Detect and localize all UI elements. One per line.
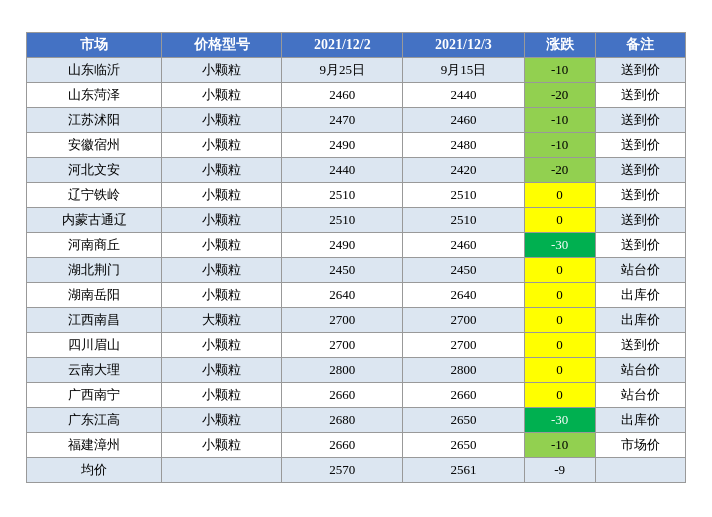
change-cell: -10 xyxy=(524,58,595,83)
date2-cell: 2510 xyxy=(403,183,524,208)
market-cell: 安徽宿州 xyxy=(27,133,162,158)
table-row: 湖南岳阳小颗粒264026400出库价 xyxy=(27,283,686,308)
table-row: 均价25702561-9 xyxy=(27,458,686,483)
market-cell: 辽宁铁岭 xyxy=(27,183,162,208)
market-cell: 山东临沂 xyxy=(27,58,162,83)
type-cell: 小颗粒 xyxy=(162,133,282,158)
change-cell: -10 xyxy=(524,108,595,133)
type-cell: 小颗粒 xyxy=(162,158,282,183)
date2-cell: 2480 xyxy=(403,133,524,158)
market-cell: 福建漳州 xyxy=(27,433,162,458)
date2-cell: 2650 xyxy=(403,408,524,433)
date2-cell: 2800 xyxy=(403,358,524,383)
note-cell: 出库价 xyxy=(595,408,685,433)
date1-cell: 2700 xyxy=(282,333,403,358)
market-cell: 河南商丘 xyxy=(27,233,162,258)
note-cell: 站台价 xyxy=(595,358,685,383)
change-cell: 0 xyxy=(524,258,595,283)
table-row: 福建漳州小颗粒26602650-10市场价 xyxy=(27,433,686,458)
note-cell: 送到价 xyxy=(595,158,685,183)
type-cell: 小颗粒 xyxy=(162,83,282,108)
header-cell: 涨跌 xyxy=(524,33,595,58)
table-row: 河北文安小颗粒24402420-20送到价 xyxy=(27,158,686,183)
market-cell: 云南大理 xyxy=(27,358,162,383)
table-row: 湖北荆门小颗粒245024500站台价 xyxy=(27,258,686,283)
date1-cell: 2700 xyxy=(282,308,403,333)
change-cell: 0 xyxy=(524,333,595,358)
table-header: 市场价格型号2021/12/22021/12/3涨跌备注 xyxy=(27,33,686,58)
date1-cell: 2450 xyxy=(282,258,403,283)
date1-cell: 2660 xyxy=(282,433,403,458)
date2-cell: 2640 xyxy=(403,283,524,308)
date2-cell: 2460 xyxy=(403,233,524,258)
header-cell: 备注 xyxy=(595,33,685,58)
date2-cell: 2460 xyxy=(403,108,524,133)
type-cell xyxy=(162,458,282,483)
table-body: 山东临沂小颗粒9月25日9月15日-10送到价山东菏泽小颗粒24602440-2… xyxy=(27,58,686,483)
type-cell: 小颗粒 xyxy=(162,408,282,433)
header-cell: 价格型号 xyxy=(162,33,282,58)
date2-cell: 2450 xyxy=(403,258,524,283)
type-cell: 小颗粒 xyxy=(162,108,282,133)
market-cell: 内蒙古通辽 xyxy=(27,208,162,233)
change-cell: -10 xyxy=(524,433,595,458)
price-table: 市场价格型号2021/12/22021/12/3涨跌备注 山东临沂小颗粒9月25… xyxy=(26,32,686,483)
note-cell: 站台价 xyxy=(595,383,685,408)
date1-cell: 9月25日 xyxy=(282,58,403,83)
table-row: 安徽宿州小颗粒24902480-10送到价 xyxy=(27,133,686,158)
note-cell: 市场价 xyxy=(595,433,685,458)
date2-cell: 2660 xyxy=(403,383,524,408)
type-cell: 小颗粒 xyxy=(162,58,282,83)
type-cell: 大颗粒 xyxy=(162,308,282,333)
table-row: 山东菏泽小颗粒24602440-20送到价 xyxy=(27,83,686,108)
market-cell: 广西南宁 xyxy=(27,383,162,408)
date1-cell: 2490 xyxy=(282,133,403,158)
market-cell: 湖北荆门 xyxy=(27,258,162,283)
type-cell: 小颗粒 xyxy=(162,208,282,233)
date2-cell: 2650 xyxy=(403,433,524,458)
table-row: 江西南昌大颗粒270027000出库价 xyxy=(27,308,686,333)
main-container: 市场价格型号2021/12/22021/12/3涨跌备注 山东临沂小颗粒9月25… xyxy=(16,6,696,511)
note-cell: 送到价 xyxy=(595,233,685,258)
table-row: 山东临沂小颗粒9月25日9月15日-10送到价 xyxy=(27,58,686,83)
date1-cell: 2640 xyxy=(282,283,403,308)
header-cell: 市场 xyxy=(27,33,162,58)
table-row: 广东江高小颗粒26802650-30出库价 xyxy=(27,408,686,433)
market-cell: 山东菏泽 xyxy=(27,83,162,108)
note-cell xyxy=(595,458,685,483)
date2-cell: 2510 xyxy=(403,208,524,233)
change-cell: 0 xyxy=(524,308,595,333)
market-cell: 四川眉山 xyxy=(27,333,162,358)
date2-cell: 2700 xyxy=(403,333,524,358)
date2-cell: 2700 xyxy=(403,308,524,333)
date1-cell: 2460 xyxy=(282,83,403,108)
change-cell: 0 xyxy=(524,358,595,383)
type-cell: 小颗粒 xyxy=(162,383,282,408)
change-cell: 0 xyxy=(524,283,595,308)
date2-cell: 2561 xyxy=(403,458,524,483)
table-row: 四川眉山小颗粒270027000送到价 xyxy=(27,333,686,358)
market-cell: 广东江高 xyxy=(27,408,162,433)
table-row: 河南商丘小颗粒24902460-30送到价 xyxy=(27,233,686,258)
type-cell: 小颗粒 xyxy=(162,183,282,208)
date2-cell: 2440 xyxy=(403,83,524,108)
note-cell: 送到价 xyxy=(595,333,685,358)
change-cell: -20 xyxy=(524,158,595,183)
type-cell: 小颗粒 xyxy=(162,433,282,458)
date1-cell: 2470 xyxy=(282,108,403,133)
header-cell: 2021/12/2 xyxy=(282,33,403,58)
type-cell: 小颗粒 xyxy=(162,258,282,283)
table-row: 云南大理小颗粒280028000站台价 xyxy=(27,358,686,383)
change-cell: 0 xyxy=(524,183,595,208)
note-cell: 送到价 xyxy=(595,83,685,108)
market-cell: 河北文安 xyxy=(27,158,162,183)
market-cell: 江西南昌 xyxy=(27,308,162,333)
date1-cell: 2800 xyxy=(282,358,403,383)
note-cell: 送到价 xyxy=(595,183,685,208)
date1-cell: 2570 xyxy=(282,458,403,483)
change-cell: -20 xyxy=(524,83,595,108)
date1-cell: 2510 xyxy=(282,208,403,233)
change-cell: 0 xyxy=(524,383,595,408)
date2-cell: 2420 xyxy=(403,158,524,183)
note-cell: 出库价 xyxy=(595,308,685,333)
